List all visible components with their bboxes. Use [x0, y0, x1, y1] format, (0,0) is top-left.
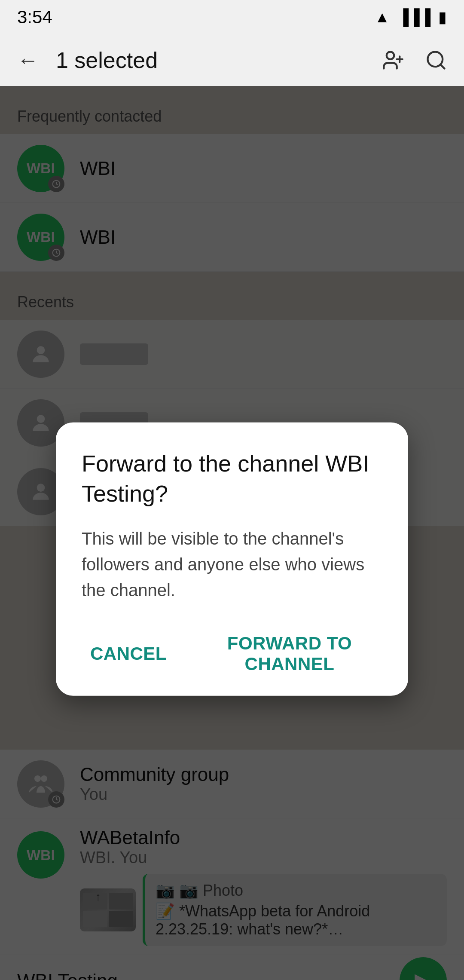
- recent-name-1: [80, 343, 148, 365]
- recents-header: Recents: [0, 280, 464, 320]
- frequently-contacted-section: Frequently contacted WBI WBI WBI: [0, 86, 464, 272]
- wabetainfo-name: WABetaInfo: [80, 827, 447, 848]
- svg-point-10: [34, 775, 41, 782]
- wabetainfo-sub: WBI. You: [80, 848, 447, 867]
- photo-label: 📷 Photo: [179, 882, 243, 900]
- message-preview-row: ↑ 📷 📷 Photo 📝 *WhatsApp beta for Android…: [80, 874, 447, 946]
- community-badge: [48, 791, 64, 808]
- add-contact-button[interactable]: [378, 45, 408, 75]
- contact-item-wbi1[interactable]: WBI WBI: [0, 134, 464, 203]
- dialog-container: LURKERINFO Forward to the channel WBI Te…: [56, 423, 408, 696]
- svg-point-11: [41, 775, 47, 782]
- dialog: Forward to the channel WBI Testing? This…: [56, 423, 408, 696]
- search-button[interactable]: [421, 45, 451, 75]
- forward-to-channel-button[interactable]: Forward to channel: [197, 629, 382, 679]
- dialog-actions: Cancel Forward to channel: [82, 629, 382, 679]
- status-icons: ▲ ▐▐▐ ▮: [375, 8, 447, 26]
- photo-icon: 📷: [156, 882, 175, 900]
- bottom-channel-bar: WBI Testing ▶: [0, 955, 464, 980]
- back-button[interactable]: ←: [13, 45, 43, 75]
- status-bar: 3:54 ▲ ▐▐▐ ▮: [0, 0, 464, 34]
- message-bubble: 📷 📷 Photo 📝 *WhatsApp beta for Android 2…: [143, 874, 447, 946]
- wifi-icon: ▲: [375, 8, 390, 26]
- contact-item-wbi2[interactable]: WBI WBI: [0, 203, 464, 272]
- top-bar: ← 1 selected: [0, 34, 464, 86]
- page-title: 1 selected: [56, 47, 365, 73]
- contact-name-wbi1: WBI: [80, 158, 116, 179]
- dialog-body: This will be visible to the channel's fo…: [82, 526, 382, 603]
- avatar-badge-wbi2: [48, 245, 64, 261]
- community-name: Community group: [80, 764, 229, 785]
- message-thumbnail: ↑: [80, 888, 136, 931]
- wabetainfo-item[interactable]: WBI WABetaInfo WBI. You: [0, 818, 464, 955]
- svg-point-7: [37, 346, 45, 354]
- svg-point-0: [387, 52, 394, 59]
- avatar-community: [17, 760, 64, 808]
- send-icon: ▶: [415, 968, 432, 980]
- svg-point-9: [37, 484, 45, 492]
- recent-contact-1[interactable]: [0, 320, 464, 389]
- svg-line-4: [440, 64, 444, 68]
- top-bar-actions: [378, 45, 451, 75]
- frequently-contacted-header: Frequently contacted: [0, 95, 464, 134]
- avatar-recent-1: [17, 331, 64, 378]
- forward-arrow-icon: ↑: [95, 890, 121, 904]
- avatar-wbi2: WBI: [17, 214, 64, 261]
- main-content-wrapper: Frequently contacted WBI WBI WBI: [0, 86, 464, 980]
- dialog-title: Forward to the channel WBI Testing?: [82, 448, 382, 508]
- avatar-wabetainfo: WBI: [17, 831, 64, 879]
- community-sub: You: [80, 785, 229, 804]
- signal-icon: ▐▐▐: [397, 8, 430, 26]
- battery-icon: ▮: [438, 8, 447, 26]
- message-text: 📝 *WhatsApp beta for Android 2.23.25.19:…: [156, 902, 437, 938]
- avatar-badge-wbi1: [48, 176, 64, 192]
- svg-point-8: [37, 415, 45, 423]
- status-time: 3:54: [17, 7, 52, 28]
- send-button[interactable]: ▶: [400, 957, 447, 980]
- avatar-wbi1: WBI: [17, 145, 64, 192]
- cancel-button[interactable]: Cancel: [82, 629, 175, 679]
- community-group-item[interactable]: Community group You: [0, 750, 464, 818]
- contact-name-wbi2: WBI: [80, 227, 116, 248]
- channel-name-label: WBI Testing: [17, 970, 118, 980]
